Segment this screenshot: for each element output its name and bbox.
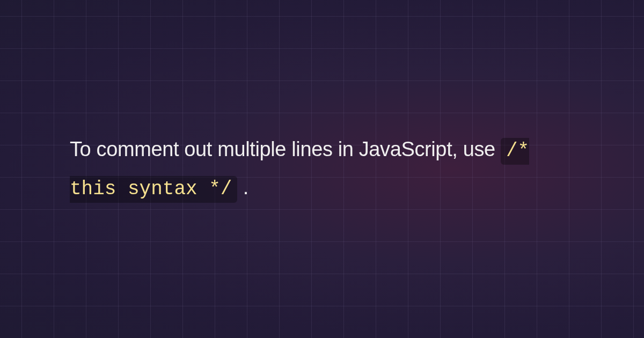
main-text: To comment out multiple lines in JavaScr…	[70, 131, 574, 207]
content-container: To comment out multiple lines in JavaScr…	[0, 0, 644, 338]
text-before-code: To comment out multiple lines in JavaScr…	[70, 138, 501, 160]
text-after-code: .	[237, 176, 248, 199]
